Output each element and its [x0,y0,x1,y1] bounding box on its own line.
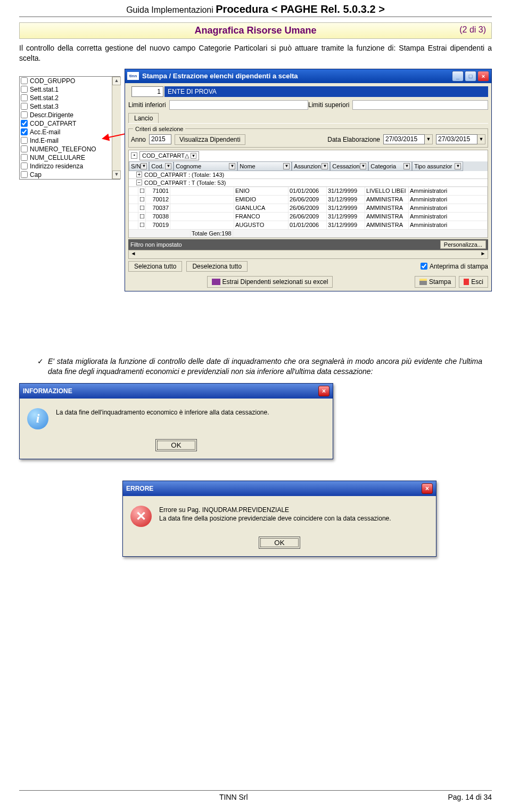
limiti-superiori-field[interactable] [352,100,488,110]
ok-button[interactable]: OK [259,537,300,549]
fieldlist-checkbox[interactable] [21,154,28,161]
table-row[interactable]: ☐70012EMIDIO26/06/200931/12/9999AMMINIST… [129,196,488,204]
ente-name: ENTE DI PROVA [164,86,488,97]
column-filter-icon[interactable]: ▼ [322,163,328,169]
group-row-1[interactable]: +COD_CATPART : (Totale: 143) [129,171,488,179]
fieldlist-scrollbar[interactable]: ▲ ▼ [112,77,121,179]
table-row[interactable]: ☐71001ENIO01/01/200631/12/9999LIVELLO LI… [129,187,488,196]
section-title-bar: Anagrafica Risorse Umane (2 di 3) [19,22,492,39]
header-pre: Guida Implementazioni [126,5,216,14]
ok-button[interactable]: OK [155,439,196,451]
deseleziona-tutto-button[interactable]: Deseleziona tutto [186,261,248,272]
window-titlebar[interactable]: tinn Stampa / Estrazione elenchi dipende… [125,69,491,83]
row-checkbox[interactable]: ☐ [138,204,146,212]
field-list[interactable]: ▲ ▼ COD_GRUPPOSett.stat.1Sett.stat.2Sett… [19,76,120,180]
fieldlist-item[interactable]: Sett.stat.2 [20,94,120,102]
column-header[interactable]: Tipo assunzior▼ [412,161,463,171]
fieldlist-item[interactable]: Sett.stat.1 [20,85,120,94]
close-button[interactable]: × [422,483,433,494]
fieldlist-checkbox[interactable] [21,103,28,110]
fieldlist-item[interactable]: Indirizzo residenza [20,162,120,170]
column-header[interactable]: Assunzion▼ [292,161,330,171]
visualizza-dipendenti-button[interactable]: Visualizza Dipendenti [175,134,245,145]
column-filter-icon[interactable]: ▼ [229,163,235,169]
footer-company: TINN Srl [19,793,448,801]
fieldlist-label: Descr.Dirigente [30,111,73,119]
row-checkbox[interactable]: ☐ [138,187,146,195]
row-indicator-icon[interactable]: ▪ [131,152,137,159]
fieldlist-label: COD_CATPART [30,120,76,127]
anteprima-stampa-checkbox[interactable]: Anteprima di stampa [421,263,488,270]
column-header[interactable]: Cod.▼ [149,161,174,171]
ente-number[interactable]: 1 [131,86,163,97]
page-header: Guida Implementazioni Procedura < PAGHE … [19,0,492,17]
data-grid[interactable]: ▪ COD_CATPART △ ▼ S/N▼Cod.▼Cognome▼Nome▼… [128,150,488,238]
column-filter-icon[interactable]: ▼ [360,163,366,169]
data-elab-from[interactable]: 27/03/2015 [383,134,425,144]
column-header[interactable]: S/N▼ [129,161,149,171]
table-row[interactable]: ☐70038FRANCO26/06/200931/12/9999AMMINIST… [129,213,488,221]
error-line-1: Errore su Pag. INQUDRAM.PREVIDENZIALE [159,506,289,514]
column-filter-icon[interactable]: ▼ [455,163,461,169]
row-checkbox[interactable]: ☐ [138,213,146,221]
fieldlist-checkbox[interactable] [21,77,28,84]
dropdown-arrow-icon[interactable]: ▼ [477,134,485,144]
fieldlist-checkbox[interactable] [21,128,28,135]
dialog-titlebar[interactable]: ERRORE × [123,481,436,496]
dropdown-arrow-icon[interactable]: ▼ [425,134,433,144]
dialog-title: INFORMAZIONE [23,387,72,395]
group-by-field-button[interactable]: COD_CATPART △ ▼ [139,151,199,160]
column-header[interactable]: Nome▼ [237,161,292,171]
fieldlist-checkbox[interactable] [21,120,28,127]
table-row[interactable]: ☐70037GIANLUCA26/06/200931/12/9999AMMINI… [129,204,488,213]
column-filter-icon[interactable]: ▼ [283,163,290,169]
maximize-button[interactable]: □ [465,71,476,82]
estrai-excel-button[interactable]: Estrai Dipendenti selezionati su excel [207,276,333,288]
fieldlist-checkbox[interactable] [21,171,28,178]
column-filter-icon[interactable]: ▼ [165,163,171,169]
table-row[interactable]: ☐70019AUGUSTO01/01/200631/12/9999AMMINIS… [129,221,488,230]
error-icon: ✕ [130,506,152,527]
fieldlist-checkbox[interactable] [21,111,28,118]
column-header[interactable]: Categoria▼ [368,161,412,171]
personalizza-button[interactable]: Personalizza... [440,240,486,249]
scroll-down-icon[interactable]: ▼ [112,170,121,179]
collapse-icon[interactable]: − [136,180,142,185]
column-filter-icon[interactable]: ▼ [403,163,410,169]
fieldlist-checkbox[interactable] [21,145,28,152]
fieldlist-checkbox[interactable] [21,163,28,169]
close-button[interactable]: × [318,386,329,396]
row-checkbox[interactable]: ☐ [138,196,146,204]
esci-button[interactable]: Esci [459,276,488,288]
anno-input[interactable]: 2015 [149,134,171,144]
scroll-up-icon[interactable]: ▲ [112,77,121,85]
group-row-2[interactable]: −COD_CATPART : T (Totale: 53) [129,179,488,187]
column-header[interactable]: Cessazion▼ [330,161,368,171]
fieldlist-item[interactable]: Descr.Dirigente [20,111,120,119]
fieldlist-item[interactable]: NUM_CELLULARE [20,153,120,162]
stampa-button[interactable]: Stampa [415,276,456,288]
header-main: Procedura < PAGHE Rel. 5.0.3.2 > [216,3,385,15]
fieldlist-item[interactable]: COD_CATPART [20,119,120,128]
fieldlist-item[interactable]: COD_GRUPPO [20,77,120,85]
totale-gen-value: 198 [221,230,231,237]
fieldlist-checkbox[interactable] [21,94,28,101]
fieldlist-item[interactable]: NUMERO_TELEFONO [20,145,120,153]
expand-icon[interactable]: + [136,172,142,177]
column-header[interactable]: Cognome▼ [174,161,237,171]
tab-lancio[interactable]: Lancio [128,113,159,123]
fieldlist-checkbox[interactable] [21,86,28,93]
row-checkbox[interactable]: ☐ [138,221,146,229]
fieldlist-label: Sett.stat.3 [30,103,59,110]
fieldlist-item[interactable]: Cap [20,170,120,179]
column-filter-icon[interactable]: ▼ [141,163,147,169]
fieldlist-checkbox[interactable] [21,137,28,144]
minimize-button[interactable]: _ [452,71,464,82]
seleziona-tutto-button[interactable]: Seleziona tutto [128,261,182,272]
limiti-inferiori-field[interactable] [169,100,308,110]
fieldlist-item[interactable]: Sett.stat.3 [20,102,120,111]
horizontal-scrollbar[interactable]: ◄► [128,250,488,259]
close-button[interactable]: × [477,71,489,82]
dialog-titlebar[interactable]: INFORMAZIONE × [20,384,333,399]
data-elab-to[interactable]: 27/03/2015 [436,134,477,144]
